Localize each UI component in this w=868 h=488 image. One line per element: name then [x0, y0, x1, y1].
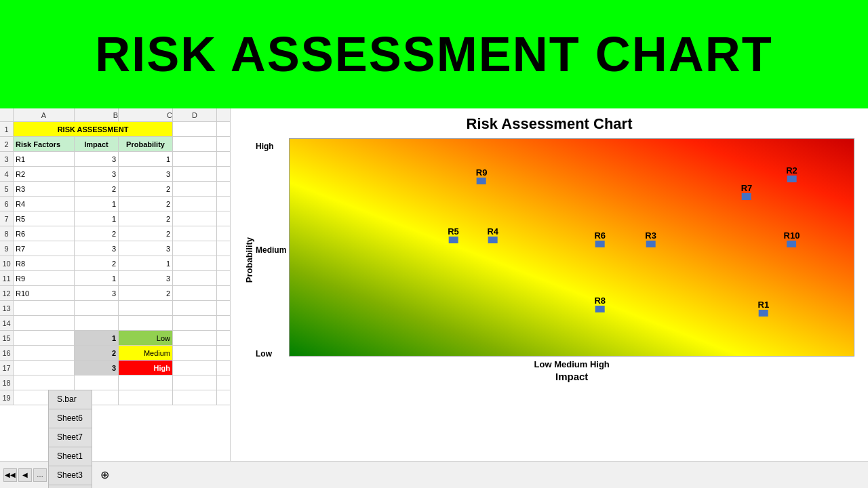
sheet-tab-sheet1[interactable]: Sheet1: [48, 447, 92, 466]
cell-16d: [173, 346, 217, 360]
tab-nav-first[interactable]: ◀◀: [3, 468, 17, 482]
subheader-c: Probability: [119, 137, 173, 151]
cell-7d: [173, 211, 217, 226]
table-row: 17 3 High: [0, 361, 230, 375]
row-num: 17: [0, 361, 14, 375]
data-point-r8: R8: [594, 296, 606, 312]
sheet-tabs-container: S.barSheet6Sheet7Sheet1Sheet3Sheet4Sheet…: [48, 390, 94, 489]
table-row[interactable]: 5 R3 2 2: [0, 182, 230, 197]
point-marker-r8: [595, 306, 605, 312]
cell-4b: 3: [75, 167, 119, 181]
row-num: 14: [0, 316, 14, 330]
cell-9b: 3: [75, 241, 119, 256]
cell-6d: [173, 197, 217, 211]
col-header-c: C: [119, 108, 173, 121]
add-sheet-button[interactable]: ⊕: [96, 467, 113, 483]
cell-10a: R8: [14, 256, 75, 270]
table-row[interactable]: 7 R5 1 2: [0, 211, 230, 226]
table-row[interactable]: 11 R9 1 3: [0, 271, 230, 286]
cell-15d: [173, 331, 217, 345]
point-label-r5: R5: [448, 226, 459, 237]
point-marker-r9: [477, 178, 486, 184]
cell-18b: [75, 375, 119, 390]
cell-11c: 3: [119, 271, 173, 285]
sheet-tab-sheet3[interactable]: Sheet3: [48, 466, 92, 485]
sheet-tab-sheet7[interactable]: Sheet7: [48, 428, 92, 447]
table-row[interactable]: 8 R6 2 2: [0, 226, 230, 241]
cell-14c: [119, 316, 173, 330]
table-row: 16 2 Medium: [0, 346, 230, 361]
cell-8c: 2: [119, 226, 173, 241]
tab-nav-dots[interactable]: …: [33, 468, 47, 482]
cell-6c: 2: [119, 197, 173, 211]
x-axis-title: Impact: [289, 371, 854, 382]
subheader-a: Risk Factors: [14, 137, 75, 151]
cell-16b: 2: [75, 346, 119, 360]
cell-15b: 1: [75, 331, 119, 345]
chart-title: Risk Assessment Chart: [467, 115, 633, 133]
table-row[interactable]: 4 R2 3 3: [0, 167, 230, 182]
cell-17d: [173, 361, 217, 375]
row-num: 7: [0, 211, 14, 226]
col-header-a: A: [14, 108, 75, 121]
cell-5a: R3: [14, 182, 75, 196]
cell-14a: [14, 316, 75, 330]
spreadsheet-area: A B C D 1 RISK ASSESSMENT 2 Risk Factors…: [0, 108, 868, 461]
cell-3a: R1: [14, 152, 75, 166]
y-label-low: Low: [256, 349, 286, 359]
point-marker-r2: [787, 176, 797, 182]
cell-13a: [14, 301, 75, 315]
cell-16a: [14, 346, 75, 360]
row-num: 13: [0, 301, 14, 315]
table-row[interactable]: 10 R8 2 1: [0, 256, 230, 271]
data-point-r10: R10: [784, 230, 800, 247]
cell-18d: [173, 375, 217, 390]
cell-7c: 2: [119, 211, 173, 226]
data-point-r4: R4: [487, 226, 498, 243]
y-label-medium: Medium: [256, 245, 286, 255]
y-axis-title: Probability: [244, 237, 254, 283]
table-row: 1 RISK ASSESSMENT: [0, 122, 230, 137]
cell-10b: 2: [75, 256, 119, 270]
point-label-r4: R4: [487, 226, 498, 237]
row-num: 15: [0, 331, 14, 345]
cell-10c: 1: [119, 256, 173, 270]
row-num: 4: [0, 167, 14, 181]
row-num: 18: [0, 375, 14, 390]
point-marker-r7: [742, 193, 751, 200]
title-cell[interactable]: RISK ASSESSMENT: [14, 122, 173, 136]
tab-nav-prev[interactable]: ◀: [18, 468, 32, 482]
cell-17c: High: [119, 361, 173, 375]
cell-5d: [173, 182, 217, 196]
data-point-r2: R2: [786, 165, 797, 182]
sheet-tab-sheet6[interactable]: Sheet6: [48, 409, 92, 428]
corner-cell: [0, 108, 14, 121]
cell-11d: [173, 271, 217, 285]
cell-18c: [119, 375, 173, 390]
table-row[interactable]: 12 R10 3 2: [0, 286, 230, 301]
row-num: 10: [0, 256, 14, 270]
row-num: 6: [0, 197, 14, 211]
data-point-r7: R7: [741, 183, 753, 200]
sheet-tab-sheet4[interactable]: Sheet4: [48, 485, 92, 489]
table-row: 19: [0, 390, 230, 405]
sheet-tab-s.bar[interactable]: S.bar: [48, 390, 92, 409]
point-label-r10: R10: [784, 230, 800, 241]
cell-16c: Medium: [119, 346, 173, 360]
grid-container: 1 RISK ASSESSMENT 2 Risk Factors Impact …: [0, 122, 230, 405]
cell-15c: Low: [119, 331, 173, 345]
table-row[interactable]: 6 R4 1 2: [0, 197, 230, 211]
table-row: 2 Risk Factors Impact Probability: [0, 137, 230, 152]
cell-14d: [173, 316, 217, 330]
data-point-r5: R5: [448, 226, 459, 243]
table-row[interactable]: 3 R1 3 1: [0, 152, 230, 167]
table-row[interactable]: 9 R7 3 3: [0, 241, 230, 256]
point-label-r2: R2: [786, 165, 797, 176]
data-point-r6: R6: [594, 230, 606, 247]
cell-11a: R9: [14, 271, 75, 285]
cell-3b: 3: [75, 152, 119, 166]
col-header-d: D: [173, 108, 217, 121]
table-row: 14: [0, 316, 230, 331]
cell-6b: 1: [75, 197, 119, 211]
cell-17a: [14, 361, 75, 375]
